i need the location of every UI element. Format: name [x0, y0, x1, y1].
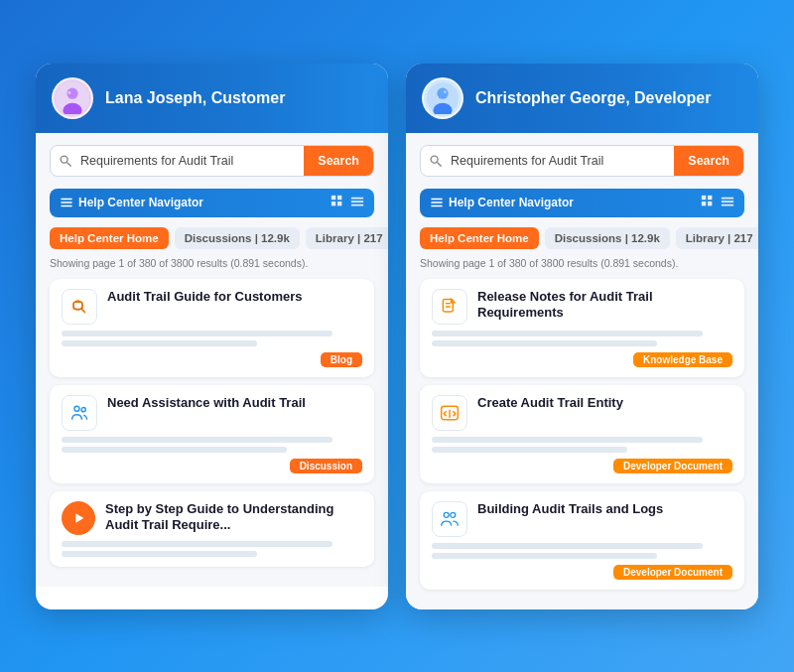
results-info: Showing page 1 of 380 of 3800 results (0… — [50, 257, 374, 269]
result-line — [432, 447, 627, 453]
svg-rect-9 — [331, 195, 335, 199]
search-button[interactable]: Search — [304, 146, 373, 176]
tag-row: Blog — [62, 352, 362, 367]
result-line — [432, 340, 657, 346]
search-input[interactable] — [80, 146, 304, 176]
navigator-bar: Help Center Navigator — [50, 189, 374, 217]
panel-customer: Lana Joseph, CustomerSearch Help Center … — [36, 64, 388, 609]
nav-view-icons[interactable] — [331, 195, 364, 211]
result-title[interactable]: Create Audit Trail Entity — [477, 395, 732, 412]
result-lines — [432, 331, 732, 346]
result-header: Release Notes for Audit Trail Requiremen… — [432, 289, 732, 325]
svg-rect-31 — [702, 195, 706, 199]
result-icon-code — [432, 395, 467, 431]
result-title[interactable]: Release Notes for Audit Trail Requiremen… — [477, 289, 732, 323]
list-icon[interactable] — [350, 195, 364, 211]
list-icon[interactable] — [721, 195, 734, 211]
result-line — [432, 331, 703, 336]
result-header: Audit Trail Guide for Customers — [62, 289, 362, 325]
search-icon — [51, 154, 80, 168]
tag-row: Knowledge Base — [432, 352, 732, 367]
svg-rect-12 — [337, 202, 341, 205]
panel-header-title: Lana Joseph, Customer — [105, 88, 285, 107]
result-title[interactable]: Need Assistance with Audit Trail — [107, 395, 362, 412]
svg-rect-34 — [708, 202, 712, 205]
result-line — [62, 340, 257, 346]
result-tag: Developer Document — [613, 459, 732, 473]
result-lines — [432, 543, 732, 559]
grid-icon[interactable] — [331, 195, 344, 211]
result-card: Need Assistance with Audit TrailDiscussi… — [50, 385, 374, 483]
svg-point-3 — [67, 90, 70, 93]
result-card: Building Audit Trails and LogsDeveloper … — [420, 491, 744, 590]
result-line — [432, 437, 703, 443]
result-icon-search — [62, 289, 97, 325]
result-line — [62, 437, 332, 443]
search-icon — [421, 154, 451, 168]
tag-row: Discussion — [62, 459, 362, 473]
avatar — [422, 77, 463, 119]
svg-point-43 — [444, 512, 449, 517]
result-line — [62, 447, 287, 453]
navigator-bar: Help Center Navigator — [420, 189, 744, 217]
tabs-row: Help Center HomeDiscussions | 12.9kLibra… — [420, 227, 744, 249]
result-card: Audit Trail Guide for CustomersBlog — [50, 279, 374, 377]
result-line — [432, 553, 657, 559]
result-icon-doc — [432, 289, 467, 325]
tag-row: Developer Document — [432, 459, 732, 473]
grid-icon[interactable] — [701, 195, 715, 211]
result-card: Create Audit Trail EntityDeveloper Docum… — [420, 385, 744, 483]
search-bar: Search — [50, 145, 374, 177]
svg-point-26 — [431, 156, 438, 163]
result-header: Create Audit Trail Entity — [432, 395, 732, 431]
panel-body: Search Help Center Navigator Help Center… — [36, 133, 388, 587]
result-tag: Knowledge Base — [633, 352, 732, 367]
result-title[interactable]: Audit Trail Guide for Customers — [107, 289, 362, 306]
svg-line-27 — [437, 162, 441, 166]
panel-developer: Christopher George, DeveloperSearch Help… — [406, 64, 758, 609]
tab-0[interactable]: Help Center Home — [50, 227, 169, 249]
svg-rect-10 — [337, 195, 341, 199]
result-header: Step by Step Guide to Understanding Audi… — [62, 501, 362, 535]
panel-body: Search Help Center Navigator Help Center… — [406, 133, 758, 609]
tabs-row: Help Center HomeDiscussions | 12.9kLibra… — [50, 227, 374, 249]
result-icon-play — [62, 501, 95, 535]
tab-0[interactable]: Help Center Home — [420, 227, 539, 249]
result-lines — [62, 541, 362, 557]
tab-2[interactable]: Library | 217 — [306, 227, 388, 249]
svg-marker-21 — [75, 513, 83, 522]
svg-point-20 — [81, 407, 85, 411]
results-info: Showing page 1 of 380 of 3800 results (0… — [420, 257, 744, 269]
result-lines — [62, 331, 362, 346]
svg-point-25 — [444, 90, 447, 93]
result-line — [62, 331, 332, 336]
svg-point-19 — [74, 406, 79, 411]
search-input[interactable] — [451, 146, 674, 176]
svg-line-5 — [66, 162, 70, 166]
svg-rect-11 — [331, 202, 335, 205]
svg-rect-33 — [702, 202, 706, 205]
result-card: Release Notes for Audit Trail Requiremen… — [420, 279, 744, 377]
result-tag: Developer Document — [613, 565, 732, 580]
panel-header-title: Christopher George, Developer — [475, 88, 711, 107]
avatar — [52, 77, 93, 119]
result-icon-group — [432, 501, 467, 537]
svg-rect-32 — [708, 195, 712, 199]
tab-1[interactable]: Discussions | 12.9k — [175, 227, 300, 249]
search-button[interactable]: Search — [674, 146, 743, 176]
svg-point-44 — [451, 512, 456, 517]
result-title[interactable]: Step by Step Guide to Understanding Audi… — [105, 501, 362, 535]
result-header: Building Audit Trails and Logs — [432, 501, 732, 537]
result-title[interactable]: Building Audit Trails and Logs — [477, 501, 732, 518]
tab-1[interactable]: Discussions | 12.9k — [545, 227, 670, 249]
result-line — [62, 551, 257, 557]
panel-header-developer: Christopher George, Developer — [406, 64, 758, 133]
result-header: Need Assistance with Audit Trail — [62, 395, 362, 431]
tab-2[interactable]: Library | 217 — [676, 227, 758, 249]
search-bar: Search — [420, 145, 744, 177]
result-tag: Blog — [321, 352, 362, 367]
result-card: Step by Step Guide to Understanding Audi… — [50, 491, 374, 567]
result-lines — [62, 437, 362, 453]
nav-view-icons[interactable] — [701, 195, 734, 211]
result-line — [62, 541, 332, 547]
